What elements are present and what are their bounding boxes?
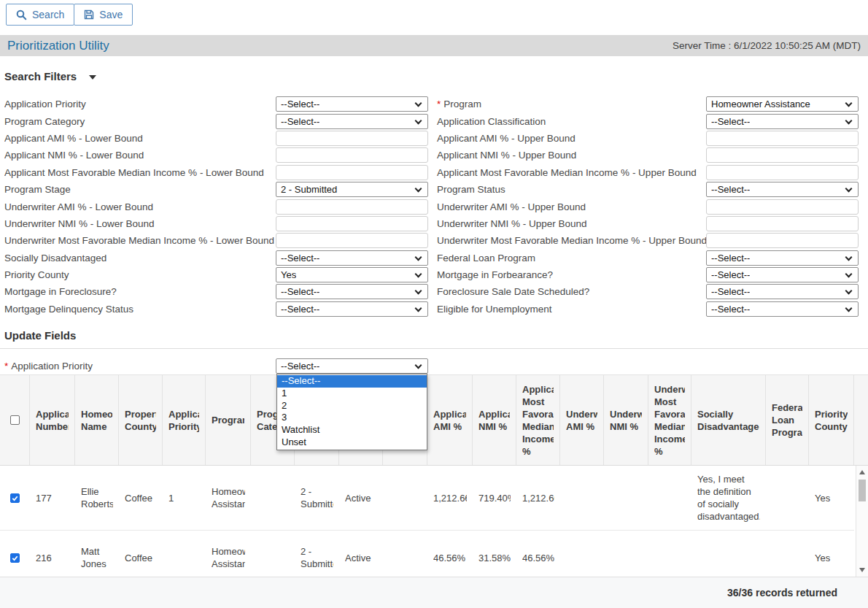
search-button[interactable]: Search xyxy=(6,4,74,26)
chevron-down-icon xyxy=(845,288,853,295)
filter-select-program-stage[interactable]: 2 - Submitted xyxy=(276,182,428,197)
filter-select-foreclosure-sale-date-scheduled[interactable]: --Select-- xyxy=(706,284,859,299)
column-header-label: Underwriter NMI % xyxy=(610,408,642,433)
filter-input-applicant-nmi-upper-bound[interactable] xyxy=(706,147,859,163)
vertical-scrollbar[interactable] xyxy=(856,466,868,577)
cell-socially-disadvantaged: Yes, I meet the definition of socially d… xyxy=(691,466,766,530)
filter-label-eligible-for-unemployment: Eligible for Unemployment xyxy=(428,304,706,315)
cell-homeowner-name: Ellie Roberts xyxy=(75,466,119,530)
filter-input-applicant-most-favorable-median-income-lower-bound[interactable] xyxy=(276,165,428,180)
column-header-label: Underwriter AMI % xyxy=(566,408,597,433)
search-button-label: Search xyxy=(32,9,64,20)
select-all-checkbox[interactable] xyxy=(10,415,20,425)
chevron-down-icon xyxy=(415,185,422,193)
caret-down-icon[interactable] xyxy=(89,75,96,80)
save-button-label: Save xyxy=(99,9,123,20)
row-checkbox[interactable] xyxy=(10,553,20,563)
divider xyxy=(0,348,868,349)
cell-application-priority: 1 xyxy=(163,466,206,530)
filter-label-applicant-nmi-upper-bound: Applicant NMI % - Upper Bound xyxy=(428,150,706,161)
filter-input-underwriter-most-favorable-median-income-lower-bound[interactable] xyxy=(276,233,428,248)
dropdown-option-select[interactable]: --Select-- xyxy=(277,375,427,388)
column-header-label: Underwriter Most Favorable Median Income… xyxy=(654,383,685,458)
dropdown-option-1[interactable]: 1 xyxy=(277,388,427,400)
cell-property-county: Coffee xyxy=(119,466,163,530)
column-header-applicant-ami: Applicant AMI % xyxy=(427,375,473,465)
update-priority-select[interactable]: --Select-- xyxy=(276,358,428,374)
row-checkbox[interactable] xyxy=(10,493,20,503)
cell-col-7: 2 - Submitted xyxy=(295,466,339,530)
column-header-label: Application Number xyxy=(36,408,69,433)
column-header-label: Priority County xyxy=(815,408,848,433)
filter-select-priority-county[interactable]: Yes xyxy=(276,267,428,282)
chevron-down-icon xyxy=(415,100,422,107)
toolbar: Search Save xyxy=(6,4,133,26)
chevron-down-icon xyxy=(845,100,853,107)
save-icon xyxy=(84,9,94,20)
filter-select-eligible-for-unemployment[interactable]: --Select-- xyxy=(706,301,859,317)
cell-col-9 xyxy=(383,531,427,577)
cell-underwriter-ami xyxy=(560,466,604,530)
dropdown-option-unset[interactable]: Unset xyxy=(277,436,427,449)
filter-select-program[interactable]: Homeowner Assistance xyxy=(706,96,859,112)
filter-label-program: *Program xyxy=(428,99,706,109)
table-header: Application NumberHomeowner NameProperty… xyxy=(0,374,868,466)
dropdown-option-watchlist[interactable]: Watchlist xyxy=(277,424,427,436)
scrollbar-down-icon[interactable] xyxy=(859,568,865,572)
search-filters-header: Search Filters xyxy=(4,70,96,82)
filter-select-program-category[interactable]: --Select-- xyxy=(276,114,428,129)
server-time: Server Time : 6/1/2022 10:50:25 AM (MDT) xyxy=(673,40,861,51)
column-header-underwriter-most-favorable-median-income: Underwriter Most Favorable Median Income… xyxy=(648,375,691,465)
table-body-rows: 177Ellie RobertsCoffee1Homeowner Assista… xyxy=(0,466,868,577)
filter-select-application-classification[interactable]: --Select-- xyxy=(706,114,859,129)
filter-input-underwriter-ami-lower-bound[interactable] xyxy=(276,199,428,215)
dropdown-option-2[interactable]: 2 xyxy=(277,400,427,412)
records-returned: 36/36 records returned xyxy=(727,587,837,599)
column-header-applicant-most-favorable-median-income: Applicant Most Favorable Median Income % xyxy=(516,375,560,465)
filter-select-mortgage-delinquency-status[interactable]: --Select-- xyxy=(276,301,428,317)
filter-input-underwriter-nmi-upper-bound[interactable] xyxy=(706,216,859,231)
update-fields-header: Update Fields xyxy=(4,329,76,342)
search-icon xyxy=(16,9,27,20)
column-header-application-number: Application Number xyxy=(30,375,75,465)
filter-input-applicant-most-favorable-median-income-upper-bound[interactable] xyxy=(706,165,859,180)
save-button[interactable]: Save xyxy=(74,4,133,26)
search-filters-title: Search Filters xyxy=(4,70,77,82)
cell-homeowner-name: Matt Jones xyxy=(75,531,119,577)
filter-input-underwriter-ami-upper-bound[interactable] xyxy=(706,199,859,215)
column-header-label: Federal Loan Program xyxy=(772,401,802,439)
filter-input-underwriter-most-favorable-median-income-upper-bound[interactable] xyxy=(706,233,859,248)
chevron-down-icon xyxy=(845,253,853,261)
chevron-down-icon xyxy=(415,271,422,278)
filter-label-federal-loan-program: Federal Loan Program xyxy=(428,253,706,263)
filter-input-applicant-nmi-lower-bound[interactable] xyxy=(276,147,428,163)
column-header-program: Program xyxy=(206,375,251,465)
chevron-down-icon xyxy=(845,271,853,278)
column-header-label: Applicant AMI % xyxy=(433,408,466,433)
filter-select-socially-disadvantaged[interactable]: --Select-- xyxy=(276,250,428,266)
chevron-down-icon xyxy=(845,304,853,312)
column-header-homeowner-name: Homeowner Name xyxy=(75,375,119,465)
scrollbar-thumb[interactable] xyxy=(859,480,866,501)
dropdown-option-3[interactable]: 3 xyxy=(277,412,427,424)
filter-label-applicant-nmi-lower-bound: Applicant NMI % - Lower Bound xyxy=(4,150,276,161)
cell-applicant-ami: 46.56% xyxy=(427,531,473,577)
filter-select-federal-loan-program[interactable]: --Select-- xyxy=(706,250,859,266)
filter-select-application-priority[interactable]: --Select-- xyxy=(276,96,428,112)
filter-select-mortgage-in-forbearance[interactable]: --Select-- xyxy=(706,267,859,282)
scrollbar-up-icon[interactable] xyxy=(859,470,865,474)
filter-select-program-status[interactable]: --Select-- xyxy=(706,182,859,197)
filter-input-applicant-ami-lower-bound[interactable] xyxy=(276,131,428,146)
filter-input-applicant-ami-upper-bound[interactable] xyxy=(706,131,859,146)
filter-label-underwriter-nmi-lower-bound: Underwriter NMI % - Lower Bound xyxy=(4,218,276,229)
chevron-down-icon xyxy=(415,362,422,369)
filter-input-underwriter-nmi-lower-bound[interactable] xyxy=(276,216,428,231)
filter-label-program-category: Program Category xyxy=(4,116,276,127)
filter-label-underwriter-nmi-upper-bound: Underwriter NMI % - Upper Bound xyxy=(428,218,706,229)
cell-applicant-most-favorable-median-income: 46.56% xyxy=(516,531,560,577)
chevron-down-icon xyxy=(415,117,422,124)
chevron-down-icon xyxy=(845,185,853,193)
filter-label-program-status: Program Status xyxy=(428,184,706,195)
filter-select-mortgage-in-foreclosure[interactable]: --Select-- xyxy=(276,284,428,299)
cell-underwriter-most-favorable-median-income xyxy=(648,466,691,530)
